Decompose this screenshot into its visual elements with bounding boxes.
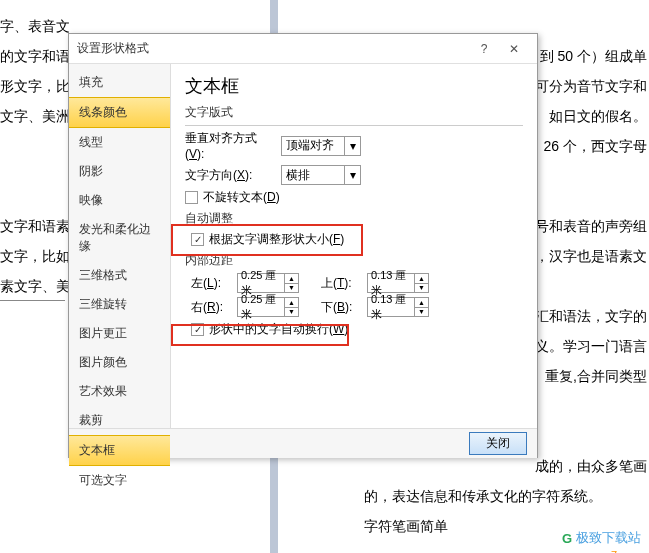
sidebar-item-line-color[interactable]: 线条颜色 <box>69 97 170 128</box>
margin-right-label: 右(R): <box>191 299 231 316</box>
bg-text: 文字和语素 <box>0 212 70 240</box>
bg-text: 成的，由众多笔画 <box>535 452 647 480</box>
bg-text: 文字，比如 <box>0 242 70 270</box>
text-direction-label: 文字方向(X): <box>185 167 275 184</box>
margin-top-label: 上(T): <box>321 275 361 292</box>
bg-text: 字、表音文 <box>0 12 70 40</box>
bg-text: 字符笔画简单 <box>364 512 448 540</box>
bg-text: 的文字和语 <box>0 42 70 70</box>
spin-up-icon[interactable]: ▲ <box>415 298 428 308</box>
category-sidebar: 填充 线条颜色 线型 阴影 映像 发光和柔化边缘 三维格式 三维旋转 图片更正 … <box>69 64 171 428</box>
section-margins: 内部边距 <box>185 252 523 269</box>
spin-up-icon[interactable]: ▲ <box>415 274 428 284</box>
margin-left-label: 左(L): <box>191 275 231 292</box>
margin-top-spinner[interactable]: 0.13 厘米▲▼ <box>367 273 429 293</box>
close-x-button[interactable]: ✕ <box>499 38 529 60</box>
sidebar-item-3d-rotation[interactable]: 三维旋转 <box>69 290 170 319</box>
spin-up-icon[interactable]: ▲ <box>285 274 298 284</box>
watermark: G 极致下载站 www.xz7.com <box>562 529 641 547</box>
section-autosize: 自动调整 <box>185 210 523 227</box>
question-icon: ? <box>481 42 488 56</box>
valign-combo[interactable]: 顶端对齐▾ <box>281 136 361 156</box>
bg-text: 号和表音的声旁组 <box>535 212 647 240</box>
bg-text: 的，表达信息和传承文化的字符系统。 <box>364 482 602 510</box>
spin-down-icon[interactable]: ▼ <box>285 284 298 293</box>
text-direction-combo[interactable]: 横排▾ <box>281 165 361 185</box>
dialog-title: 设置形状格式 <box>77 40 469 57</box>
margin-bottom-spinner[interactable]: 0.13 厘米▲▼ <box>367 297 429 317</box>
divider <box>185 125 523 126</box>
sidebar-item-artistic[interactable]: 艺术效果 <box>69 377 170 406</box>
bg-text: 到 50 个）组成单 <box>540 42 647 70</box>
margin-bottom-label: 下(B): <box>321 299 361 316</box>
dialog-titlebar[interactable]: 设置形状格式 ? ✕ <box>69 34 537 64</box>
spin-down-icon[interactable]: ▼ <box>285 308 298 317</box>
bg-text: 义。学习一门语言 <box>535 332 647 360</box>
watermark-logo-icon: G <box>562 531 572 546</box>
close-button[interactable]: 关闭 <box>469 432 527 455</box>
sidebar-item-picture-correct[interactable]: 图片更正 <box>69 319 170 348</box>
sidebar-item-3d-format[interactable]: 三维格式 <box>69 261 170 290</box>
wrap-text-label: 形状中的文字自动换行(W) <box>209 321 348 338</box>
bg-text: 汇和语法，文字的 <box>535 302 647 330</box>
bg-text: ，汉字也是语素文 <box>535 242 647 270</box>
close-icon: ✕ <box>509 42 519 56</box>
bg-text: 26 个，西文字母 <box>544 132 647 160</box>
no-rotate-checkbox[interactable] <box>185 191 198 204</box>
bg-text: 重复,合并同类型 <box>545 362 647 390</box>
bg-text: 文字、美洲 <box>0 102 70 130</box>
bg-text: 可分为音节文字和 <box>535 72 647 100</box>
spin-down-icon[interactable]: ▼ <box>415 284 428 293</box>
format-shape-dialog: 设置形状格式 ? ✕ 填充 线条颜色 线型 阴影 映像 发光和柔化边缘 三维格式… <box>68 33 538 458</box>
chevron-down-icon: ▾ <box>344 166 360 184</box>
bg-text: 形文字，比 <box>0 72 70 100</box>
textbox-options-panel: 文本框 文字版式 垂直对齐方式(V): 顶端对齐▾ 文字方向(X): 横排▾ 不… <box>171 64 537 428</box>
chevron-down-icon: ▾ <box>344 137 360 155</box>
valign-label: 垂直对齐方式(V): <box>185 130 275 161</box>
sidebar-item-line-style[interactable]: 线型 <box>69 128 170 157</box>
sidebar-item-textbox[interactable]: 文本框 <box>69 435 170 466</box>
sidebar-item-reflection[interactable]: 映像 <box>69 186 170 215</box>
help-button[interactable]: ? <box>469 38 499 60</box>
bg-text: 素文字、美 <box>0 272 70 300</box>
bg-line <box>0 300 65 301</box>
autosize-checkbox[interactable] <box>191 233 204 246</box>
wrap-text-checkbox[interactable] <box>191 323 204 336</box>
sidebar-item-shadow[interactable]: 阴影 <box>69 157 170 186</box>
no-rotate-label: 不旋转文本(D) <box>203 189 280 206</box>
sidebar-item-picture-color[interactable]: 图片颜色 <box>69 348 170 377</box>
autosize-label: 根据文字调整形状大小(F) <box>209 231 344 248</box>
section-text-layout: 文字版式 <box>185 104 523 121</box>
sidebar-item-fill[interactable]: 填充 <box>69 68 170 97</box>
sidebar-item-crop[interactable]: 裁剪 <box>69 406 170 435</box>
bg-text: 如日文的假名。 <box>549 102 647 130</box>
panel-heading: 文本框 <box>185 74 523 98</box>
margin-right-spinner[interactable]: 0.25 厘米▲▼ <box>237 297 299 317</box>
margin-left-spinner[interactable]: 0.25 厘米▲▼ <box>237 273 299 293</box>
watermark-name: 极致下载站 <box>576 529 641 547</box>
spin-down-icon[interactable]: ▼ <box>415 308 428 317</box>
sidebar-item-glow[interactable]: 发光和柔化边缘 <box>69 215 170 261</box>
sidebar-item-alt-text[interactable]: 可选文字 <box>69 466 170 495</box>
spin-up-icon[interactable]: ▲ <box>285 298 298 308</box>
watermark-url: www.xz7.com <box>574 549 641 553</box>
